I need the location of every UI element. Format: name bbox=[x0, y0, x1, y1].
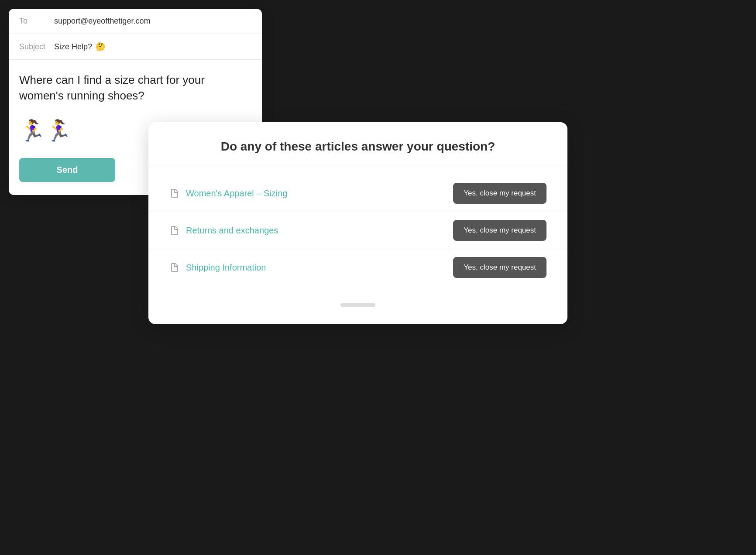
article-link-1[interactable]: Women's Apparel – Sizing bbox=[186, 188, 287, 199]
article-link-3[interactable]: Shipping Information bbox=[186, 263, 266, 273]
articles-overlay-panel: Do any of these articles answer your que… bbox=[148, 122, 567, 324]
subject-field-row: Subject Size Help? 🤔 bbox=[9, 34, 262, 60]
send-button[interactable]: Send bbox=[19, 158, 115, 182]
subject-value: Size Help? 🤔 bbox=[54, 42, 105, 51]
article-link-2[interactable]: Returns and exchanges bbox=[186, 226, 278, 236]
article-row: Returns and exchanges Yes, close my requ… bbox=[148, 212, 567, 249]
subject-text: Size Help? bbox=[54, 42, 92, 51]
close-request-button-3[interactable]: Yes, close my request bbox=[453, 257, 546, 278]
overlay-header: Do any of these articles answer your que… bbox=[148, 122, 567, 166]
subject-emoji: 🤔 bbox=[96, 42, 105, 51]
article-row: Women's Apparel – Sizing Yes, close my r… bbox=[148, 175, 567, 212]
close-request-button-1[interactable]: Yes, close my request bbox=[453, 183, 546, 204]
to-address: support@eyeofthetiger.com bbox=[54, 17, 150, 26]
article-icon bbox=[169, 225, 180, 236]
to-field-row: To support@eyeofthetiger.com bbox=[9, 9, 262, 34]
articles-list: Women's Apparel – Sizing Yes, close my r… bbox=[148, 166, 567, 295]
article-left: Women's Apparel – Sizing bbox=[169, 188, 287, 199]
email-body-text: Where can I find a size chart for your w… bbox=[19, 72, 251, 104]
scroll-hint bbox=[340, 303, 375, 307]
overlay-question: Do any of these articles answer your que… bbox=[169, 140, 546, 154]
to-label: To bbox=[19, 17, 54, 26]
article-icon bbox=[169, 262, 180, 273]
article-icon bbox=[169, 188, 180, 199]
article-row: Shipping Information Yes, close my reque… bbox=[148, 249, 567, 286]
close-request-button-2[interactable]: Yes, close my request bbox=[453, 220, 546, 241]
subject-label: Subject bbox=[19, 42, 54, 51]
article-left: Returns and exchanges bbox=[169, 225, 278, 236]
article-left: Shipping Information bbox=[169, 262, 266, 273]
